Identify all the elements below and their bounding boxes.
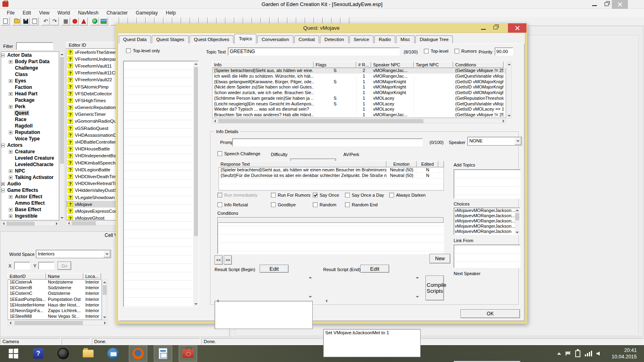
list-item-vgenericreputation[interactable]: ?vGenericReputation [66,104,120,111]
column-header--r-[interactable]: # R... [356,62,371,68]
column-header-info[interactable]: Info [212,62,314,68]
collapse-icon[interactable] [1,53,5,57]
response-row[interactable]: {Seufzt}Für die Durchreise ist es aber e… [219,173,444,179]
info-table-row[interactable]: {Schlimme Person kam gerade rein}Sie hab… [213,96,506,101]
list-item-vhdkimballspeech[interactable]: ?VHDKimballSpeech [66,159,120,166]
editor-id-hscroll-thumb[interactable] [72,221,96,225]
scroll-up-icon[interactable] [416,277,419,278]
tree-vscrollbar[interactable] [59,51,64,220]
list-item-vgsradioquest[interactable]: ?vGSRadioQuest [66,125,120,132]
info-table-row[interactable]: Ich weiß die Hilfe zu schätzen. Wünschte… [213,74,506,79]
checkbox-icon[interactable] [271,202,276,207]
network-icon[interactable] [585,351,592,356]
choice-item[interactable]: vMojavevMORangerJackson... [454,224,515,229]
list-item-vhdhousebattle[interactable]: ?VHDHouseBattle [66,146,120,152]
preferences-icon[interactable] [30,17,39,25]
tab-dialogue-tree[interactable]: Dialogue Tree [415,35,453,44]
flag-checkbox-info-refusal[interactable]: Info Refusal [217,202,271,207]
checkbox-icon[interactable] [126,48,131,53]
writer-icon[interactable] [154,346,172,362]
redo-icon[interactable]: ↷ [50,17,59,25]
cell-row-1ehostetlerhome[interactable]: 1EHostetlerHomeHaus der Host...Interior [8,302,101,308]
tree-hscrollbar[interactable] [1,221,59,226]
tree-item-npc[interactable]: NPC [1,168,59,174]
column-header-loca[interactable]: Loca... [83,273,101,280]
tree-item-talking-activator[interactable]: Talking Activator [1,174,59,181]
info-table-row[interactable]: {Spieler betrachtend}Sieht aus, als hätt… [213,68,506,74]
go-button[interactable]: Go [58,261,71,270]
list-item-vfreeformvault11[interactable]: ?VFreeformVault11 [66,62,120,69]
expand-icon[interactable] [9,208,12,212]
expand-icon[interactable] [9,79,12,83]
dialog-minimize-button[interactable] [478,23,489,33]
list-item-vmojave[interactable]: ?vMojave [66,201,120,208]
tab-service[interactable]: Service [349,35,374,44]
tree-item-ragdoll[interactable]: Ragdoll [1,123,59,129]
choice-item[interactable]: vMojavevMORangerJackson... [454,208,515,213]
help-app-icon[interactable]: ? [29,346,47,362]
tree-item-package[interactable]: Package [1,97,59,103]
scroll-right-icon[interactable] [501,119,506,123]
menu-item-help[interactable]: Help [162,9,180,16]
file-manager-icon[interactable] [79,346,97,362]
tree-item-leveled-creature[interactable]: Leveled Creature [1,155,59,161]
compile-scripts-button[interactable]: Compile Scripts [425,276,444,300]
scroll-left-icon[interactable] [326,299,327,302]
taskbar-clock[interactable]: 20:41 10.04.2015 [611,347,637,360]
scroll-left-icon[interactable] [66,221,71,225]
checkbox-icon[interactable] [389,193,394,197]
tab-topics[interactable]: Topics [234,34,256,44]
list-item-vfsatomicpimp[interactable]: ?VFSAtomicPimp [66,83,120,90]
minimize-button[interactable] [589,0,600,9]
x-input[interactable] [14,262,30,269]
snap-to-angle-icon[interactable] [70,17,79,25]
tree-item-object-effect[interactable]: Object Effect [1,219,59,220]
version-control-icon[interactable] [1,17,10,25]
cell-vscroll-thumb[interactable] [103,285,107,295]
geck-icon[interactable] [179,346,197,362]
expand-icon[interactable] [9,105,12,109]
rumors-checkbox[interactable]: Rumors [454,49,477,53]
speaker-combo[interactable]: NONE [467,137,522,146]
cell-row-1eneonsignfa...[interactable]: 1ENeonSignFa...Zapps Lichtrek...Interior [8,308,101,314]
choice-item[interactable]: vMojavevMORangerJackson [454,229,515,234]
menu-item-view[interactable]: View [35,9,53,16]
list-item-vhdindependentba[interactable]: ?VHDIndependentBa [66,152,120,159]
tree-item-perk[interactable]: Perk [1,103,59,110]
new-info-button[interactable]: New [429,254,450,263]
info-table-row[interactable]: {Nickt dem Spieler zu}Sie haben schon vi… [213,84,506,90]
link-from-list[interactable] [454,245,520,268]
thunderbird-icon[interactable] [104,346,122,362]
cell-row-1ecisternb[interactable]: 1ECisternBSüdzisterneInterior [8,285,101,291]
choice-item[interactable]: vMojavevMORangerJackson... [454,218,515,224]
volume-knob-icon[interactable] [54,346,72,362]
topic-text-input[interactable] [228,47,400,56]
list-item-vhdoliverdeathtim[interactable]: ?VHDOliverDeathTim [66,173,120,180]
chevron-down-icon[interactable] [103,251,110,257]
list-item-vfsdebtcollector[interactable]: ?VFSDebtCollector [66,90,120,97]
y-input[interactable] [38,262,54,269]
expand-icon[interactable] [9,60,12,64]
column-header-editorid[interactable]: EditorID [8,273,46,280]
cell-row-1esteelmill[interactable]: 1ESteelMillNew Vegas St...Interior [8,314,101,319]
dialog-close-button[interactable] [508,23,526,33]
list-item-vfshightimes[interactable]: ?VFSHighTimes [66,97,120,104]
tab-combat[interactable]: Combat [294,35,319,44]
cell-vscrollbar[interactable] [102,280,107,320]
collapse-icon[interactable] [1,189,5,192]
list-item-vhiddenvalleydusts[interactable]: ?VHiddenValleyDustS [66,187,120,194]
action-center-flag-icon[interactable] [566,352,571,356]
expand-icon[interactable] [1,182,5,186]
scroll-left-icon[interactable] [213,119,217,123]
quest-dialog-titlebar[interactable]: Quest: vMojave [116,23,527,33]
scroll-left-icon[interactable] [217,299,219,302]
volume-icon[interactable] [597,352,600,356]
info-table-row[interactable]: Schon wieder zurück, wie ich sehe. Brauc… [213,90,506,96]
scroll-down-icon[interactable] [515,230,519,234]
tree-item-creature[interactable]: Creature [1,148,59,155]
expand-icon[interactable] [9,214,12,218]
world-icon[interactable] [91,17,99,25]
cell-row-1eeastpumpsta...[interactable]: 1EEastPumpSta...Pumpstation OstInterior [8,297,101,302]
flag-checkbox-goodbye[interactable]: Goodbye [271,202,313,207]
tree-item-challenge[interactable]: Challenge [1,65,59,71]
